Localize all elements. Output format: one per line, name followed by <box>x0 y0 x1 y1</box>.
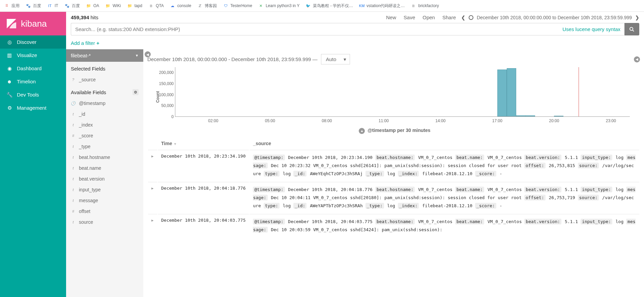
field-key: beat.name: <box>455 187 484 192</box>
field-key: offset: <box>524 163 546 168</box>
histogram-bar[interactable] <box>526 115 535 116</box>
bookmark-icon: ☁ <box>170 3 175 8</box>
field-_source[interactable]: ?_source <box>66 74 143 85</box>
doc-time: December 10th 2018, 20:04:18.776 <box>158 182 249 213</box>
bookmark-item[interactable]: 🛡TesterHome <box>223 3 252 8</box>
nav-discover[interactable]: ◎Discover <box>0 35 66 49</box>
search-icon <box>629 27 635 32</box>
bookmark-item[interactable]: 📁tapd <box>127 3 142 8</box>
nav-visualize[interactable]: ▥Visualize <box>0 49 66 62</box>
search-button[interactable] <box>624 23 639 35</box>
field-_index[interactable]: t_index <box>66 119 143 130</box>
nav-label: Timelion <box>17 79 36 84</box>
bookmark-label: 应用 <box>11 3 20 9</box>
fields-settings-button[interactable]: ⚙ <box>133 89 139 95</box>
bookmark-item[interactable]: ☁console <box>170 3 191 8</box>
field-input_type[interactable]: tinput_type <box>66 184 143 195</box>
histogram-bar[interactable] <box>554 116 563 116</box>
expand-row-button[interactable]: ▸ <box>148 182 157 213</box>
field-name: _source <box>79 77 96 82</box>
histogram-prev-button[interactable]: ◀ <box>634 56 640 62</box>
new-button[interactable]: New <box>386 15 396 20</box>
available-fields-title: Available Fields ⚙ <box>66 85 143 98</box>
bookmark-label: vstation代码研读之… <box>367 3 405 9</box>
bookmark-item[interactable]: 🐾百度 <box>64 3 80 9</box>
field-message[interactable]: tmessage <box>66 195 143 206</box>
bookmark-label: 百度 <box>33 3 41 9</box>
field-name: message <box>79 198 98 203</box>
gear-icon: ⚙ <box>7 105 12 111</box>
save-button[interactable]: Save <box>404 15 415 20</box>
histogram-bar[interactable] <box>516 115 526 116</box>
field-type-icon: 🕑 <box>71 101 76 106</box>
nav-management[interactable]: ⚙Management <box>0 101 66 114</box>
search-input[interactable] <box>71 23 558 35</box>
add-filter-button[interactable]: Add a filter + <box>71 40 99 46</box>
field-key: input_type: <box>581 155 612 160</box>
field-key: input_type: <box>581 219 612 224</box>
kibana-logo[interactable]: kibana <box>0 12 66 35</box>
field-key: _type: <box>365 171 384 177</box>
field-offset[interactable]: #offset <box>66 206 143 217</box>
field-beat.name[interactable]: tbeat.name <box>66 163 143 173</box>
lucene-syntax-link[interactable]: Uses lucene query syntax <box>558 23 624 35</box>
bookmark-label: console <box>177 3 191 8</box>
bookmark-item[interactable]: KMvstation代码研读之… <box>359 3 405 9</box>
field-key: source: <box>578 195 599 200</box>
bookmark-item[interactable]: 🗎brickfactory <box>411 3 439 8</box>
y-tick: 200,000 <box>155 70 174 75</box>
col-time[interactable]: Time▼ <box>158 138 249 149</box>
field-_score[interactable]: #_score <box>66 130 143 141</box>
index-pattern-select[interactable]: filebeat-* ▼ <box>66 49 143 62</box>
interval-select[interactable]: Auto <box>321 54 350 64</box>
field-type-icon: t <box>71 123 76 127</box>
bookmark-item[interactable]: 🐦菜鸟教程 - 学的不仅… <box>305 3 353 9</box>
field-type-icon: t <box>71 166 76 170</box>
expand-row-button[interactable]: ▸ <box>148 214 157 237</box>
time-prev-icon[interactable]: ❮ <box>461 15 465 20</box>
histogram-bar[interactable] <box>507 68 516 116</box>
bookmark-item[interactable]: ITIT <box>47 3 58 8</box>
field-_id[interactable]: t_id <box>66 109 143 119</box>
svg-line-1 <box>633 30 634 31</box>
bookmark-item[interactable]: ⠿应用 <box>4 3 20 9</box>
col-source[interactable]: _source <box>250 138 639 149</box>
histogram-chart[interactable]: Count 050,000100,000150,000200,000 02:00… <box>154 67 630 126</box>
bookmark-item[interactable]: 📁OA <box>86 3 99 8</box>
bookmark-item[interactable]: 🐾百度 <box>26 3 41 9</box>
collapse-sidebar-button[interactable]: ◀ <box>145 51 151 57</box>
field-key: _type: <box>365 203 384 209</box>
nav-timelion[interactable]: ☻Timelion <box>0 75 66 88</box>
nav-dev-tools[interactable]: 🔧Dev Tools <box>0 88 66 101</box>
bookmark-item[interactable]: 📁WiKi <box>105 3 121 8</box>
bear-icon: ☻ <box>7 79 12 84</box>
bookmark-item[interactable]: 🗎QTA <box>148 3 164 8</box>
field-key: message: <box>253 219 635 233</box>
nav-label: Discover <box>17 39 36 45</box>
field-name: _index <box>79 122 93 128</box>
nav-dashboard[interactable]: ◉Dashboard <box>0 62 66 75</box>
collapse-chart-button[interactable]: ▲ <box>359 128 365 134</box>
time-picker[interactable]: ❮ December 10th 2018, 00:00:00.000 to De… <box>461 15 639 20</box>
bookmark-label: QTA <box>156 3 164 8</box>
field-type-icon: t <box>71 198 76 202</box>
field-beat.version[interactable]: tbeat.version <box>66 173 143 184</box>
y-tick: 100,000 <box>155 92 174 97</box>
bookmark-item[interactable]: ℤ博客园 <box>197 3 217 9</box>
field-@timestamp[interactable]: 🕑@timestamp <box>66 98 143 109</box>
doc-source: @timestamp: December 10th 2018, 20:23:34… <box>250 150 639 181</box>
field-beat.hostname[interactable]: tbeat.hostname <box>66 152 143 163</box>
x-tick: 05:00 <box>265 118 275 123</box>
field-source[interactable]: tsource <box>66 217 143 227</box>
field-type-icon: t <box>71 112 76 116</box>
expand-row-button[interactable]: ▸ <box>148 150 157 181</box>
time-next-icon[interactable]: ❯ <box>635 15 639 20</box>
open-button[interactable]: Open <box>422 15 435 20</box>
field-name: _type <box>79 144 90 149</box>
bookmark-item[interactable]: ✕Learn python3 in Y <box>258 3 300 8</box>
bookmark-icon: 🐾 <box>64 3 70 8</box>
field-type-icon: t <box>71 155 76 159</box>
field-_type[interactable]: t_type <box>66 141 143 152</box>
histogram-bar[interactable] <box>497 70 507 117</box>
share-button[interactable]: Share <box>442 15 456 20</box>
